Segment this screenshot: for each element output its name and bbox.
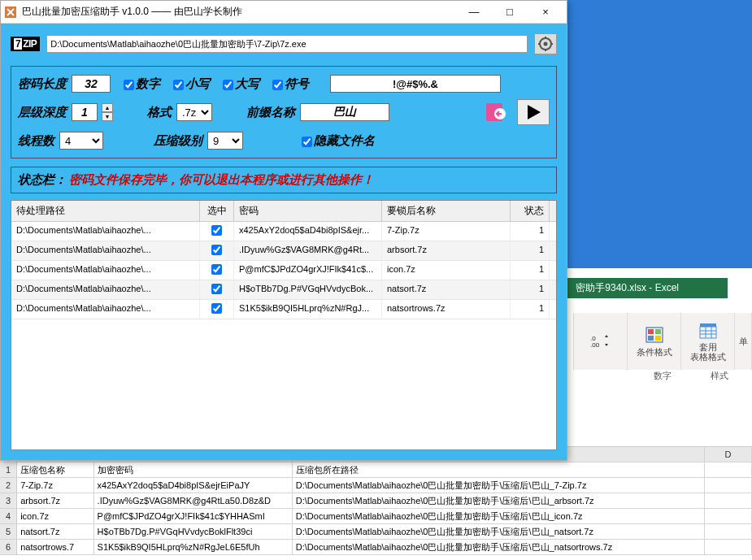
svg-rect-8 [700,327,716,338]
cell-path: D:\Documents\Matlab\aihaozhe\... [11,280,200,299]
upper-checkbox[interactable]: 大写 [223,76,259,92]
cell[interactable] [705,462,752,477]
cell[interactable] [705,509,752,523]
cell-path: D:\Documents\Matlab\aihaozhe\... [11,222,200,241]
status-bar: 状态栏： 密码文件保存完毕，你可以退出本程序或进行其他操作！ [11,167,557,193]
cell-path: D:\Documents\Matlab\aihaozhe\... [11,241,200,260]
cell-selected[interactable] [200,300,234,319]
cell[interactable]: 7-Zip.7z [17,478,93,493]
excel-sheet[interactable]: D 1 压缩包名称 加密密码 压缩包所在路径 2 7-Zip.7z x425Ax… [0,446,752,560]
cell[interactable]: 压缩包名称 [17,462,93,477]
col-d-header[interactable]: D [705,447,752,462]
row-header[interactable]: 3 [0,493,17,508]
cell-name: 7-Zip.7z [382,222,511,241]
table-row[interactable]: 2 7-Zip.7z x425AxY2doq5$aD4bi8pIS&ejrEiP… [0,478,752,493]
ribbon-table-format[interactable]: 套用 表格格式 [681,313,735,370]
svg-rect-3 [648,329,654,334]
cell[interactable] [705,493,752,508]
hide-filename-checkbox[interactable]: 隐藏文件名 [302,133,375,149]
lower-checkbox[interactable]: 小写 [173,76,210,92]
cell[interactable]: .IDyuw%Gz$VAG8MRK@g4RtLa50.D8z&D [94,493,293,508]
format-select[interactable]: .7z [176,103,212,121]
depth-input[interactable] [72,103,98,121]
cell[interactable] [705,540,752,554]
table-row[interactable]: D:\Documents\Matlab\aihaozhe\... P@mfC$J… [11,261,556,280]
format-label: 格式 [147,105,172,120]
number-group-label: 数字 [638,370,687,382]
ribbon-single[interactable]: 单 [735,313,752,370]
row-header[interactable]: 1 [0,462,17,477]
symbols-input[interactable] [330,75,501,93]
table-row[interactable]: D:\Documents\Matlab\aihaozhe\... H$oTBb7… [11,280,556,300]
cell-status: 1 [511,300,550,319]
th-status[interactable]: 状态 [511,201,550,221]
cell[interactable]: D:\Documents\Matlab\aihaozhe\0巴山批量加密助手\压… [293,493,705,508]
cell-password: P@mfC$JPdZO4grXJ!FIk$41c$... [234,261,382,280]
digit-checkbox[interactable]: 数字 [124,76,160,92]
row-header[interactable]: 4 [0,509,17,523]
import-button[interactable] [480,99,512,125]
cell[interactable]: D:\Documents\Matlab\aihaozhe\0巴山批量加密助手\压… [293,478,705,493]
pwd-length-input[interactable] [72,75,111,93]
cell-status: 1 [511,280,550,299]
cell[interactable]: natsortrows.7 [17,540,93,554]
ribbon-number-group[interactable]: .0.00 [574,313,628,370]
th-path[interactable]: 待处理路径 [11,201,200,221]
minimize-button[interactable]: — [456,2,492,23]
maximize-button[interactable]: □ [492,2,528,23]
cell[interactable]: D:\Documents\Matlab\aihaozhe\0巴山批量加密助手\压… [293,540,705,554]
run-button[interactable] [517,99,550,125]
symbol-checkbox[interactable]: 符号 [272,76,309,92]
excel-titlebar: 密助手9340.xlsx - Excel [559,278,728,298]
cell[interactable]: S1K5$ikB9QI5HLprq%zN#RgJeL6E5fUh [94,540,293,554]
table-row[interactable]: 3 arbsort.7z .IDyuw%Gz$VAG8MRK@g4RtLa50.… [0,493,752,509]
th-name[interactable]: 要锁后名称 [382,201,511,221]
table-row[interactable]: D:\Documents\Matlab\aihaozhe\... S1K5$ik… [11,300,556,319]
threads-select[interactable]: 4 [59,132,103,150]
cell-password: .IDyuw%Gz$VAG8MRK@g4Rt... [234,241,382,260]
row-header[interactable]: 5 [0,524,17,539]
cell[interactable]: arbsort.7z [17,493,93,508]
svg-rect-5 [648,336,654,341]
row-header[interactable]: 2 [0,478,17,493]
pwd-length-label: 密码长度 [18,76,67,92]
depth-spinner[interactable]: ▲▼ [102,103,113,121]
ribbon-cond-format[interactable]: 条件格式 [628,313,681,370]
cell[interactable]: x425AxY2doq5$aD4bi8pIS&ejrEiPaJY [94,478,293,493]
table-row[interactable]: D:\Documents\Matlab\aihaozhe\... .IDyuw%… [11,241,556,261]
th-password[interactable]: 密码 [234,201,382,221]
row-header[interactable]: 6 [0,540,17,554]
play-icon [524,102,543,122]
cond-format-label: 条件格式 [637,346,672,358]
cell-selected[interactable] [200,222,234,241]
settings-button[interactable] [534,33,557,54]
cell[interactable] [705,524,752,539]
table-row[interactable]: 5 natsort.7z H$oTBb7Dg.P#VGqHVvdycBoklFl… [0,524,752,540]
cell[interactable]: 压缩包所在路径 [293,462,705,477]
cell[interactable]: natsort.7z [17,524,93,539]
cell[interactable]: P@mfC$JPdZO4grXJ!FIk$41c$YHHASmI [94,509,293,523]
titlebar[interactable]: 巴山批量加密压缩助手 v1.0.0 —— 由巴山学长制作 — □ × [1,1,567,24]
cell-selected[interactable] [200,280,234,299]
exe-path-input[interactable] [46,35,528,53]
level-select[interactable]: 9 [207,132,243,150]
cell[interactable]: 加密密码 [94,462,293,477]
cell[interactable]: icon.7z [17,509,93,523]
cell[interactable]: D:\Documents\Matlab\aihaozhe\0巴山批量加密助手\压… [293,509,705,523]
cell-selected[interactable] [200,261,234,280]
single-label: 单 [739,336,748,348]
cell-path: D:\Documents\Matlab\aihaozhe\... [11,300,200,319]
cell[interactable]: D:\Documents\Matlab\aihaozhe\0巴山批量加密助手\压… [293,524,705,539]
th-selected[interactable]: 选中 [200,201,234,221]
cell-password: H$oTBb7Dg.P#VGqHVvdycBok... [234,280,382,299]
cell[interactable]: H$oTBb7Dg.P#VGqHVvdycBoklFlt39ci [94,524,293,539]
cell-selected[interactable] [200,241,234,260]
close-button[interactable]: × [528,2,563,23]
cell[interactable] [705,478,752,493]
table-row[interactable]: 4 icon.7z P@mfC$JPdZO4grXJ!FIk$41c$YHHAS… [0,509,752,524]
table-row[interactable]: 6 natsortrows.7 S1K5$ikB9QI5HLprq%zN#RgJ… [0,540,752,555]
gear-icon [538,37,553,51]
prefix-input[interactable] [300,103,389,121]
table-row[interactable]: D:\Documents\Matlab\aihaozhe\... x425AxY… [11,222,556,241]
table-row[interactable]: 1 压缩包名称 加密密码 压缩包所在路径 [0,462,752,478]
